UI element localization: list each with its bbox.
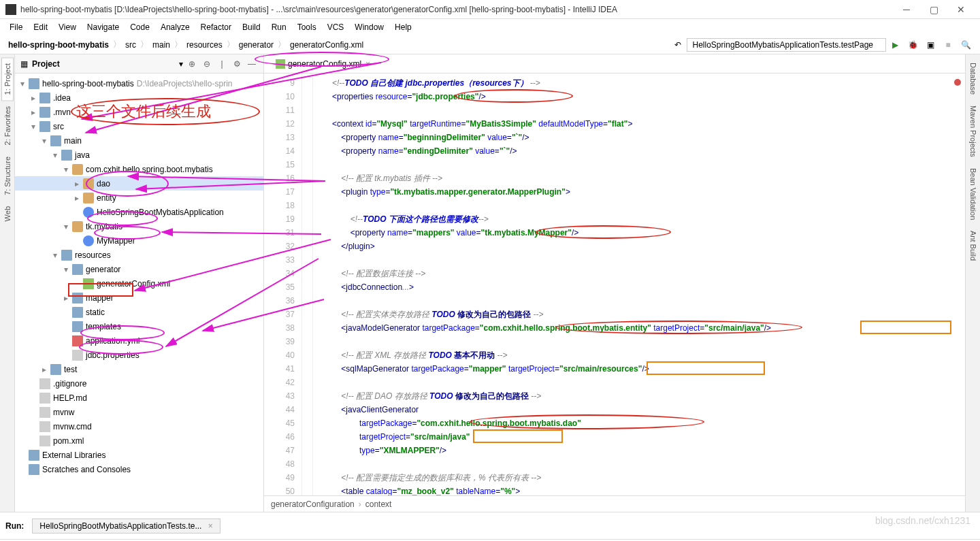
tree-node[interactable]: ▾src (15, 119, 263, 133)
tree-node[interactable]: HELP.md (15, 391, 263, 405)
project-tree[interactable]: ▾hello-spring-boot-mybatisD:\IdeaProject… (15, 73, 263, 512)
tree-node[interactable]: .gitignore (15, 376, 263, 391)
tree-node[interactable]: pom.xml (15, 433, 263, 448)
breadcrumb-item[interactable]: main (150, 40, 173, 50)
menu-code[interactable]: Code (126, 21, 154, 33)
tree-node[interactable]: ▸.mvn (15, 105, 263, 119)
expand-icon[interactable]: ⊖ (201, 58, 213, 70)
run-tool-panel: Run: HelloSpringBootMybatisApplicationTe… (0, 512, 980, 539)
right-tab[interactable]: Database (968, 57, 979, 100)
tree-node[interactable]: External Libraries (15, 448, 263, 462)
tree-node[interactable]: ▾generator (15, 262, 263, 276)
error-indicator[interactable] (954, 79, 961, 86)
left-tab[interactable]: 7: Structure (2, 151, 13, 201)
search-icon[interactable]: 🔍 (959, 38, 973, 52)
close-run-tab-icon[interactable]: × (208, 521, 213, 531)
left-tab[interactable]: 2: Favorites (2, 101, 13, 150)
fold-gutter[interactable] (302, 73, 313, 495)
tree-node[interactable]: static (15, 305, 263, 319)
left-tab[interactable]: Web (2, 201, 13, 227)
tree-node[interactable]: ▸mapper (15, 291, 263, 305)
hide-icon[interactable]: — (246, 58, 258, 70)
breadcrumb-bar: hello-spring-boot-mybatis〉src〉main〉resou… (0, 35, 980, 54)
menu-view[interactable]: View (54, 21, 80, 33)
maximize-button[interactable]: ▢ (920, 4, 947, 15)
divider-icon: | (216, 58, 228, 70)
project-panel-title: Project (32, 59, 179, 69)
tree-node[interactable]: mvnw (15, 405, 263, 419)
tree-node[interactable]: HelloSpringBootMybatisApplication (15, 205, 263, 219)
breadcrumb-item[interactable]: src (122, 40, 139, 50)
tree-node[interactable]: ▾resources (15, 248, 263, 262)
back-icon[interactable]: ↶ (671, 38, 685, 52)
run-icon[interactable]: ▶ (888, 38, 902, 52)
editor-breadcrumb[interactable]: generatorConfiguration › context (264, 495, 965, 512)
menu-bar: FileEditViewNavigateCodeAnalyzeRefactorB… (0, 19, 980, 35)
menu-file[interactable]: File (5, 21, 27, 33)
gear-icon[interactable]: ⚙ (231, 58, 243, 70)
editor-tab-label: generatorConfig.xml (288, 59, 361, 69)
menu-build[interactable]: Build (238, 21, 265, 33)
run-label: Run: (5, 521, 24, 531)
tree-node[interactable]: ▾tk.mybatis (15, 219, 263, 233)
crumb-0[interactable]: generatorConfiguration (271, 499, 355, 509)
menu-analyze[interactable]: Analyze (157, 21, 194, 33)
right-tab[interactable]: Ant Build (968, 225, 979, 266)
breadcrumb-item[interactable]: hello-spring-boot-mybatis (5, 40, 112, 50)
menu-run[interactable]: Run (267, 21, 291, 33)
app-icon (5, 4, 16, 15)
stop-icon[interactable]: ■ (941, 38, 955, 52)
dropdown-icon[interactable]: ▾ (179, 59, 183, 69)
xml-icon (276, 59, 285, 69)
menu-vcs[interactable]: VCS (323, 21, 348, 33)
tree-node[interactable]: Scratches and Consoles (15, 462, 263, 476)
crumb-1[interactable]: context (365, 499, 392, 509)
tree-node[interactable]: mvnw.cmd (15, 419, 263, 433)
tree-node[interactable]: ▾java (15, 148, 263, 162)
menu-help[interactable]: Help (391, 21, 416, 33)
tree-node[interactable]: ▸entity (15, 191, 263, 205)
tree-node[interactable]: ▸dao (15, 176, 263, 191)
menu-navigate[interactable]: Navigate (83, 21, 123, 33)
tree-node[interactable]: ▸test (15, 362, 263, 376)
menu-edit[interactable]: Edit (29, 21, 52, 33)
close-tab-icon[interactable]: × (365, 59, 370, 69)
breadcrumb-item[interactable]: generatorConfig.xml (287, 40, 366, 50)
right-tool-sidebar: DatabaseMaven ProjectsBean ValidationAnt… (965, 54, 980, 512)
tree-node[interactable]: jdbc.properties (15, 348, 263, 362)
tree-node[interactable]: MyMapper (15, 233, 263, 248)
title-bar: hello-spring-boot-mybatis [D:\IdeaProjec… (0, 0, 980, 19)
tree-node[interactable]: templates (15, 319, 263, 333)
run-config-dropdown[interactable]: HelloSpringBootMybatisApplicationTests.t… (687, 38, 886, 52)
collapse-icon[interactable]: ⊕ (186, 58, 198, 70)
watermark: blog.csdn.net/cxh1231 (875, 515, 970, 526)
project-panel-icon: ▦ (20, 59, 28, 69)
breadcrumb-item[interactable]: generator (236, 40, 276, 50)
run-tab[interactable]: HelloSpringBootMybatisApplicationTests.t… (32, 519, 220, 534)
code-editor[interactable]: <!--TODO 自己创建 jdbc.properties（resources下… (313, 73, 965, 495)
right-tab[interactable]: Bean Validation (968, 163, 979, 225)
tree-node[interactable]: ▸.idea (15, 91, 263, 105)
menu-tools[interactable]: Tools (293, 21, 321, 33)
tree-node[interactable]: ▾main (15, 133, 263, 148)
tree-node[interactable]: application.yml (15, 333, 263, 348)
tree-node[interactable]: ▾hello-spring-boot-mybatisD:\IdeaProject… (15, 76, 263, 91)
line-gutter[interactable]: 9101112131415161718193132333435363738394… (264, 73, 302, 495)
coverage-icon[interactable]: ▣ (924, 38, 937, 52)
editor-area: generatorConfig.xml × 910111213141516171… (264, 54, 965, 512)
debug-icon[interactable]: 🐞 (906, 38, 919, 52)
crumb-sep: › (359, 499, 361, 509)
editor-tab[interactable]: generatorConfig.xml × (270, 56, 376, 71)
menu-refactor[interactable]: Refactor (197, 21, 235, 33)
tree-node[interactable]: ▾com.cxhit.hello.spring.boot.mybatis (15, 162, 263, 176)
minimize-button[interactable]: ─ (893, 4, 920, 15)
breadcrumb-item[interactable]: resources (184, 40, 225, 50)
left-tool-sidebar: 1: Project2: Favorites7: StructureWeb (0, 54, 15, 512)
right-tab[interactable]: Maven Projects (968, 100, 979, 163)
window-title: hello-spring-boot-mybatis [D:\IdeaProjec… (20, 5, 893, 14)
left-tab[interactable]: 1: Project (1, 57, 14, 101)
menu-window[interactable]: Window (350, 21, 388, 33)
project-panel: ▦ Project ▾ ⊕ ⊖ | ⚙ — ▾hello-spring-boot… (15, 54, 264, 512)
close-button[interactable]: ✕ (947, 4, 975, 15)
tree-node[interactable]: generatorConfig.xml (15, 276, 263, 291)
